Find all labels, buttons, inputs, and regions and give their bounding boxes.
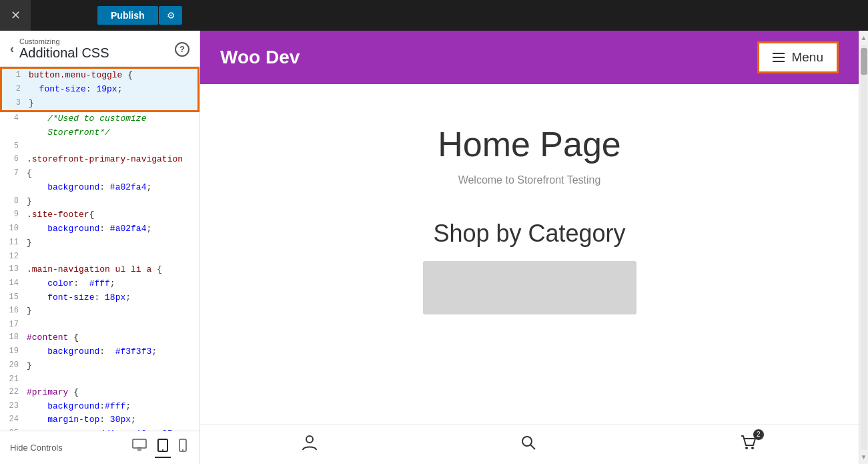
svg-line-9 (530, 445, 535, 449)
menu-button[interactable]: Menu (757, 41, 839, 73)
menu-label: Menu (791, 50, 823, 65)
back-arrow-button[interactable]: ‹ (10, 42, 14, 56)
line-number: 11 (5, 236, 19, 250)
sidebar-header-left: ‹ Customizing Additional CSS (10, 37, 109, 61)
code-line-7: 7 { (0, 167, 199, 181)
preview-header: Woo Dev Menu (200, 31, 859, 84)
code-text: .site-footer{ (27, 208, 94, 222)
preview-scrollbar[interactable]: ▲ ▼ (859, 31, 868, 464)
cart-badge: 2 (753, 429, 764, 440)
scroll-down-arrow[interactable]: ▼ (859, 451, 868, 463)
sidebar-bottom: Hide Controls (0, 431, 199, 464)
svg-point-4 (162, 449, 163, 451)
code-text: Storefront*/ (27, 126, 110, 140)
code-line-13: 13 .main-navigation ul li a { (0, 263, 199, 277)
hamburger-icon (773, 53, 785, 62)
line-number: 15 (5, 291, 19, 305)
line-number: 22 (5, 386, 19, 400)
line-number: 19 (5, 345, 19, 359)
site-title: Woo Dev (220, 47, 300, 68)
code-line-24: 24 margin-top: 30px; (0, 413, 199, 427)
line-number: 18 (5, 331, 19, 345)
code-line-16: 16 } (0, 304, 199, 318)
code-text: font-size: 19px; (29, 83, 122, 97)
user-icon-button[interactable] (302, 434, 318, 455)
svg-point-11 (751, 447, 754, 449)
code-text: background:#fff; (27, 400, 131, 414)
help-button[interactable]: ? (175, 42, 189, 57)
code-line-17: 17 (0, 318, 199, 331)
hamburger-line (773, 57, 785, 58)
line-number: 2 (7, 83, 21, 97)
line-number: 8 (5, 195, 19, 209)
line-number: 14 (5, 277, 19, 291)
svg-point-7 (306, 436, 313, 443)
code-line-23: 23 background:#fff; (0, 400, 199, 414)
code-line-4: 4 /*Used to customize (0, 112, 199, 126)
desktop-view-button[interactable] (129, 437, 149, 458)
code-text: /*Used to customize (27, 112, 146, 126)
publish-button[interactable]: Publish (97, 6, 158, 25)
code-text: #primary { (27, 386, 79, 400)
code-text: background: #a02fa4; (27, 181, 151, 195)
close-button[interactable]: ✕ (0, 0, 31, 31)
code-line-15: 15 font-size: 18px; (0, 291, 199, 305)
code-line-3: 3 } (2, 97, 197, 111)
scroll-up-arrow[interactable]: ▲ (859, 32, 868, 43)
code-text: padding: 10px 25px (27, 427, 183, 431)
code-line-18: 18 #content { (0, 331, 199, 345)
line-number: 25 (5, 427, 19, 431)
code-text: } (27, 359, 32, 373)
preview-wrapper: Woo Dev Menu Home Page Welcome to Storef… (200, 31, 868, 464)
code-text: } (27, 236, 32, 250)
code-line-4b: Storefront*/ (0, 126, 199, 140)
customizing-label: Customizing (19, 37, 109, 45)
line-number: 12 (5, 250, 19, 263)
scrollbar-thumb[interactable] (861, 48, 867, 75)
line-number: 5 (5, 140, 19, 153)
code-line-2: 2 font-size: 19px; (2, 83, 197, 97)
code-text: background: #f3f3f3; (27, 345, 157, 359)
code-editor[interactable]: 1 button.menu-toggle { 2 font-size: 19px… (0, 67, 199, 431)
search-icon-button[interactable] (520, 435, 536, 455)
highlighted-code-block: 1 button.menu-toggle { 2 font-size: 19px… (0, 67, 199, 112)
sidebar-header: ‹ Customizing Additional CSS ? (0, 31, 199, 67)
close-icon: ✕ (11, 8, 21, 23)
code-line-22: 22 #primary { (0, 386, 199, 400)
mobile-view-button[interactable] (176, 437, 189, 458)
preview-content: Home Page Welcome to Storefront Testing … (200, 84, 859, 424)
code-line-8: 8 } (0, 195, 199, 209)
code-text: .main-navigation ul li a { (27, 263, 162, 277)
scrollbar-track (861, 45, 867, 450)
line-number: 17 (5, 318, 19, 331)
code-text: margin-top: 30px; (27, 413, 136, 427)
tablet-view-button[interactable] (155, 437, 171, 458)
line-number: 7 (5, 167, 19, 181)
line-number (5, 126, 19, 140)
code-line-12: 12 (0, 250, 199, 263)
hide-controls-button[interactable]: Hide Controls (10, 443, 63, 453)
additional-css-title: Additional CSS (19, 45, 109, 61)
main-area: ‹ Customizing Additional CSS ? 1 button.… (0, 31, 868, 464)
home-page-title: Home Page (438, 124, 621, 164)
top-toolbar: ✕ Publish ⚙ (0, 0, 868, 31)
svg-point-8 (522, 437, 532, 446)
svg-point-10 (745, 447, 748, 449)
shop-by-category-title: Shop by Category (433, 220, 625, 248)
preview-with-scroll: Woo Dev Menu Home Page Welcome to Storef… (200, 31, 868, 464)
line-number: 16 (5, 304, 19, 318)
gear-button[interactable]: ⚙ (159, 6, 182, 25)
code-text: font-size: 18px; (27, 291, 131, 305)
line-number (5, 181, 19, 195)
code-text: } (27, 195, 32, 209)
code-line-20: 20 } (0, 359, 199, 373)
code-line-14: 14 color: #fff; (0, 277, 199, 291)
code-text: button.menu-toggle { (29, 69, 133, 83)
code-text: { (27, 167, 32, 181)
view-icons-group (129, 437, 189, 458)
sidebar: ‹ Customizing Additional CSS ? 1 button.… (0, 31, 200, 464)
code-text: #content { (27, 331, 79, 345)
line-number: 13 (5, 263, 19, 277)
line-number: 10 (5, 222, 19, 236)
cart-icon-button[interactable]: 2 (740, 435, 757, 455)
